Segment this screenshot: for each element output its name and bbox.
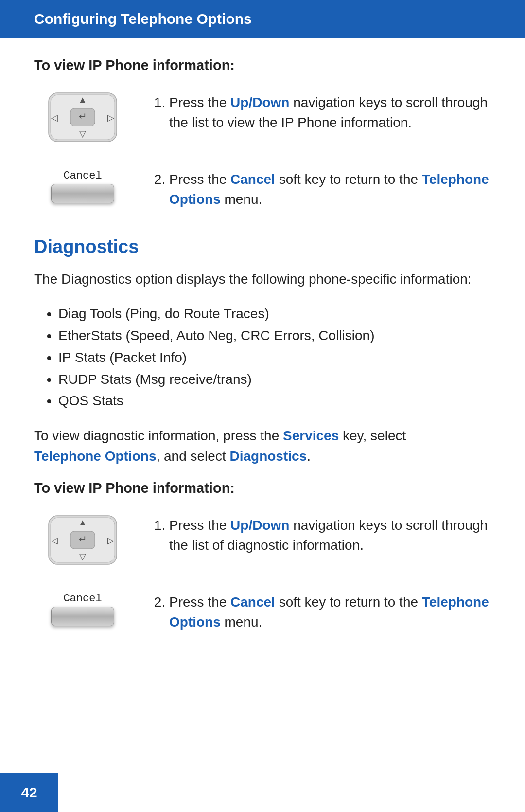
bullet-item-1: EtherStats (Speed, Auto Neg, CRC Errors,…	[58, 325, 491, 347]
section2-step2-steps: Press the Cancel soft key to return to t…	[156, 588, 491, 641]
section2-step1-row: ↵ ▲ ▽ ◁ ▷ Press the Up/Down navigation k…	[34, 511, 491, 569]
cancel-widget-1: Cancel	[51, 170, 114, 203]
diagnostics-link-para: To view diagnostic information, press th…	[34, 426, 491, 467]
diagnostics-intro: The Diagnostics option displays the foll…	[34, 269, 491, 289]
nav-key-svg-1: ↵ ▲ ▽ ◁ ▷	[44, 88, 122, 146]
section2-cancel-highlight: Cancel	[230, 595, 275, 610]
section1-heading: To view IP Phone information:	[34, 57, 491, 73]
diag-services-link: Services	[283, 428, 339, 443]
diagnostics-heading: Diagnostics	[34, 236, 491, 257]
diag-link-and: , and select	[156, 449, 229, 464]
bullet-item-2: IP Stats (Packet Info)	[58, 347, 491, 369]
svg-text:▲: ▲	[78, 518, 87, 527]
svg-text:▲: ▲	[78, 95, 87, 105]
section2-step2-after: menu.	[221, 614, 262, 630]
svg-text:◁: ◁	[51, 536, 58, 545]
section1-step2-steps: Press the Cancel soft key to return to t…	[156, 165, 491, 218]
section2-step1-steps: Press the Up/Down navigation keys to scr…	[156, 511, 491, 564]
section1-step2-after: menu.	[221, 192, 262, 207]
section2-updown-highlight: Up/Down	[230, 518, 289, 533]
diag-diagnostics-link: Diagnostics	[229, 449, 307, 464]
cancel-key-image-2: Cancel	[34, 588, 131, 626]
section1-step1-after: navigation keys to scroll through the li…	[169, 95, 488, 130]
nav-key-image-1: ↵ ▲ ▽ ◁ ▷	[34, 88, 131, 146]
cancel-label-1: Cancel	[63, 170, 102, 182]
diagnostics-bullet-list: Diag Tools (Ping, do Route Traces) Ether…	[34, 303, 491, 412]
section1-step1-text: Press the Up/Down navigation keys to scr…	[169, 93, 491, 132]
section2-heading: To view IP Phone information:	[34, 480, 491, 496]
svg-text:↵: ↵	[79, 534, 87, 544]
page-footer: 42	[0, 773, 58, 812]
svg-text:▷: ▷	[107, 113, 114, 123]
section1-step1-steps: Press the Up/Down navigation keys to scr…	[156, 88, 491, 141]
section1-updown-highlight: Up/Down	[230, 95, 289, 110]
svg-text:▷: ▷	[107, 536, 114, 545]
section2-step2-row: Cancel Press the Cancel soft key to retu…	[34, 588, 491, 641]
bullet-item-0: Diag Tools (Ping, do Route Traces)	[58, 303, 491, 325]
bullet-item-3: RUDP Stats (Msg receive/trans)	[58, 369, 491, 391]
svg-text:▽: ▽	[79, 129, 86, 139]
header-bar: Configuring Telephone Options	[0, 0, 525, 38]
cancel-key-shape-1	[51, 184, 114, 203]
cancel-label-2: Cancel	[63, 593, 102, 605]
section1-cancel-highlight: Cancel	[230, 172, 275, 187]
svg-text:▽: ▽	[79, 552, 86, 561]
section1-step2-text: Press the Cancel soft key to return to t…	[169, 170, 491, 209]
section1-step2-middle: soft key to return to the	[275, 172, 422, 187]
diag-link-before: To view diagnostic information, press th…	[34, 428, 283, 443]
nav-key-image-2: ↵ ▲ ▽ ◁ ▷	[34, 511, 131, 569]
svg-text:◁: ◁	[51, 113, 58, 123]
nav-key-svg-2: ↵ ▲ ▽ ◁ ▷	[44, 511, 122, 569]
section2-step1-text: Press the Up/Down navigation keys to scr…	[169, 516, 491, 555]
cancel-key-image-1: Cancel	[34, 165, 131, 203]
cancel-widget-2: Cancel	[51, 593, 114, 626]
section1-step1-row: ↵ ▲ ▽ ◁ ▷ Press the Up/Down navigation k…	[34, 88, 491, 146]
diag-link-middle: key, select	[339, 428, 406, 443]
main-content: To view IP Phone information: ↵ ▲ ▽ ◁ ▷	[0, 57, 525, 708]
section2-step2-text: Press the Cancel soft key to return to t…	[169, 593, 491, 632]
page-number: 42	[21, 784, 37, 801]
section2-step1-after: navigation keys to scroll through the li…	[169, 518, 488, 553]
header-title: Configuring Telephone Options	[34, 11, 252, 27]
diag-link-end: .	[307, 449, 311, 464]
svg-text:↵: ↵	[79, 111, 87, 122]
section2-step2-middle: soft key to return to the	[275, 595, 422, 610]
section1-step2-row: Cancel Press the Cancel soft key to retu…	[34, 165, 491, 218]
cancel-key-shape-2	[51, 607, 114, 626]
bullet-item-4: QOS Stats	[58, 390, 491, 412]
diag-telephone-link: Telephone Options	[34, 449, 156, 464]
